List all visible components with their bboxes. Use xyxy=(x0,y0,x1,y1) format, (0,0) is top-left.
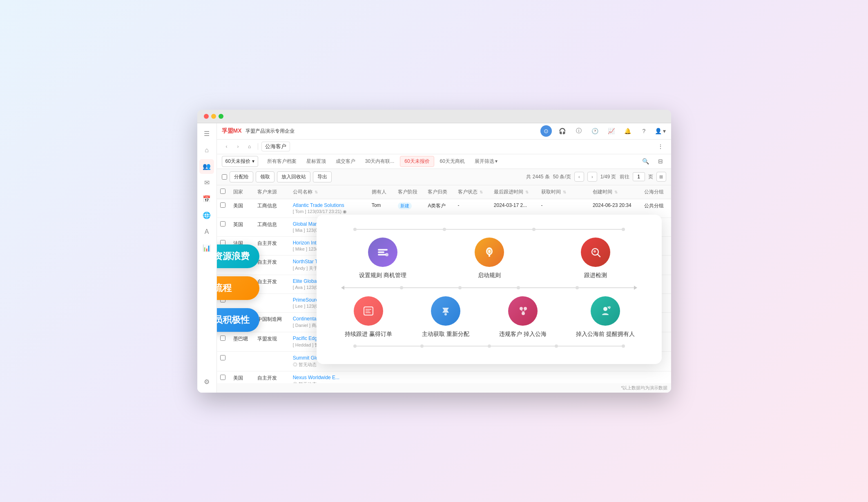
row-source-1: 工商信息 xyxy=(254,218,290,236)
row-checkbox-4[interactable] xyxy=(220,278,225,284)
filter-expand-btn[interactable]: 展开筛选 ▾ xyxy=(471,156,502,167)
sidebar-settings-icon[interactable]: ⚙ xyxy=(199,375,214,389)
sub-nav: ‹ › ⌂ 公海客户 ⋮ xyxy=(217,140,671,154)
export-button[interactable]: 导出 xyxy=(313,171,332,182)
row-country-6 xyxy=(230,312,254,332)
bottom-dot-1 xyxy=(353,344,357,348)
acquire-sort-icon: ⇅ xyxy=(563,190,566,194)
nav-question-icon[interactable]: ? xyxy=(638,125,650,137)
feature-label-detect: 跟进检测 xyxy=(584,272,607,279)
minimize-dot[interactable] xyxy=(211,114,216,119)
page-input[interactable] xyxy=(633,172,645,181)
browser-window: ☰ ⌂ 👥 ✉ 📅 🌐 A 📊 ⚙ 孚盟MX 孚盟产品演示专用企业 ⊙ 🎧 xyxy=(197,110,671,393)
filter-tab-30day[interactable]: 30天内有联... xyxy=(361,156,398,167)
filter-tab-deal[interactable]: 成交客户 xyxy=(332,156,359,167)
feature-card-launch: 启动规则 xyxy=(465,238,514,279)
goto-label: 前往 xyxy=(620,173,629,180)
row-checkbox-2[interactable] xyxy=(220,240,225,245)
home-button[interactable]: ⌂ xyxy=(245,142,254,151)
nav-user-icon[interactable]: 👤 ▾ xyxy=(655,125,666,137)
top-nav: 孚盟MX 孚盟产品演示专用企业 ⊙ 🎧 ⓘ 🕐 📈 🔔 ? 👤 ▾ xyxy=(217,123,671,140)
nav-info-icon[interactable]: ⓘ xyxy=(573,125,585,137)
company-sub-0: [ Tom ] 123(03/17 23:21) ◉ xyxy=(293,209,365,214)
filter-tab-60price[interactable]: 60天未报价 xyxy=(400,156,434,167)
filter-tab-star[interactable]: 星标置顶 xyxy=(302,156,330,167)
nav-clock-icon[interactable]: 🕐 xyxy=(589,125,601,137)
row-group-9 xyxy=(641,371,671,383)
recycle-button[interactable]: 放入回收站 xyxy=(277,171,310,182)
top-nav-right: ⊙ 🎧 ⓘ 🕐 📈 🔔 ? 👤 ▾ xyxy=(540,125,666,137)
nav-bell-icon[interactable]: 🔔 xyxy=(622,125,634,137)
status-sort-icon: ⇅ xyxy=(480,190,483,194)
mid-line-5 xyxy=(579,287,634,288)
mid-line-1 xyxy=(344,287,399,288)
company-sort-icon: ⇅ xyxy=(315,190,318,194)
forward-button[interactable]: › xyxy=(233,142,243,151)
bottom-line-2 xyxy=(424,346,487,347)
current-filter-dropdown[interactable]: 60天未报价 ▾ xyxy=(222,156,258,167)
bottom-note: *以上数据均为演示数据 xyxy=(217,383,671,393)
page-title: 公海客户 xyxy=(261,142,290,151)
close-dot[interactable] xyxy=(204,114,209,119)
maximize-dot[interactable] xyxy=(219,114,223,119)
sidebar-globe-icon[interactable]: 🌐 xyxy=(199,208,214,223)
row-country-4: 德国 xyxy=(230,275,254,293)
filter-row-right: 🔍 ⊟ xyxy=(640,155,666,167)
row-checkbox-1[interactable] xyxy=(220,221,225,227)
connector-line-2 xyxy=(446,229,532,230)
assign-button[interactable]: 分配给 xyxy=(230,171,253,182)
bottom-dot-5 xyxy=(622,344,625,348)
select-all-checkbox[interactable] xyxy=(222,174,227,180)
svg-point-15 xyxy=(522,312,525,315)
row-checkbox-8[interactable] xyxy=(220,355,225,360)
header-checkbox[interactable] xyxy=(220,189,225,194)
sidebar-calendar-icon[interactable]: 📅 xyxy=(199,192,214,207)
sidebar: ☰ ⌂ 👥 ✉ 📅 🌐 A 📊 ⚙ xyxy=(197,123,217,393)
sidebar-customers-icon[interactable]: 👥 xyxy=(199,159,214,174)
connector-line-3 xyxy=(536,229,622,230)
prev-page-btn[interactable]: ‹ xyxy=(574,172,584,182)
feature-icon-violation xyxy=(508,296,538,326)
nav-chart-icon[interactable]: 📈 xyxy=(606,125,617,137)
more-options-icon[interactable]: ⋮ xyxy=(655,141,666,152)
back-button[interactable]: ‹ xyxy=(222,142,232,151)
row-source-5 xyxy=(254,293,290,312)
row-checkbox-5[interactable] xyxy=(220,297,225,302)
claim-button[interactable]: 领取 xyxy=(256,171,274,182)
feature-icon-remind xyxy=(591,296,620,326)
row-checkbox-cell xyxy=(217,275,230,293)
row-checkbox-0[interactable] xyxy=(220,202,225,208)
company-link-0[interactable]: Atlantic Trade Solutions xyxy=(293,202,365,208)
feature-label-acquire: 主动获取 重新分配 xyxy=(422,331,469,338)
connector-dot-2 xyxy=(443,228,446,231)
sidebar-menu-icon[interactable]: ☰ xyxy=(199,127,214,141)
filter-icon-btn[interactable]: ⊟ xyxy=(655,155,666,167)
nav-monitor-icon[interactable]: ⊙ xyxy=(540,125,552,137)
feature-icon-acquire xyxy=(431,296,460,326)
row-checkbox-cell xyxy=(217,312,230,332)
feature-card-acquire: 主动获取 重新分配 xyxy=(421,296,470,338)
sidebar-home-icon[interactable]: ⌂ xyxy=(199,143,214,158)
app-logo-highlight: 孚盟MX xyxy=(222,127,242,134)
row-create-9 xyxy=(589,371,641,383)
filter-tab-all[interactable]: 所有客户档案 xyxy=(263,156,301,167)
sidebar-mail-icon[interactable]: ✉ xyxy=(199,175,214,190)
sidebar-tag-icon[interactable]: A xyxy=(199,224,214,239)
th-company: 公司名称 ⇅ xyxy=(290,185,368,199)
search-button[interactable]: 🔍 xyxy=(640,155,652,167)
next-page-btn[interactable]: › xyxy=(587,172,597,182)
per-page-select[interactable]: 50 条/页 xyxy=(553,173,571,180)
sidebar-analytics-icon[interactable]: 📊 xyxy=(199,241,214,255)
filter-tab-60biz[interactable]: 60天无商机 xyxy=(436,156,469,167)
row-checkbox-9[interactable] xyxy=(220,375,225,380)
nav-headset-icon[interactable]: 🎧 xyxy=(557,125,568,137)
feature-label-followup: 持续跟进 赢得订单 xyxy=(345,331,392,338)
row-checkbox-7[interactable] xyxy=(220,335,225,341)
row-checkbox-cell xyxy=(217,293,230,312)
connector-dot-4 xyxy=(622,228,625,231)
grid-view-btn[interactable]: ⊞ xyxy=(656,172,666,182)
mid-line-2 xyxy=(403,287,458,288)
row-checkbox-3[interactable] xyxy=(220,259,225,264)
row-checkbox-6[interactable] xyxy=(220,316,225,321)
company-link-9[interactable]: Nexus Worldwide E... xyxy=(293,375,365,380)
